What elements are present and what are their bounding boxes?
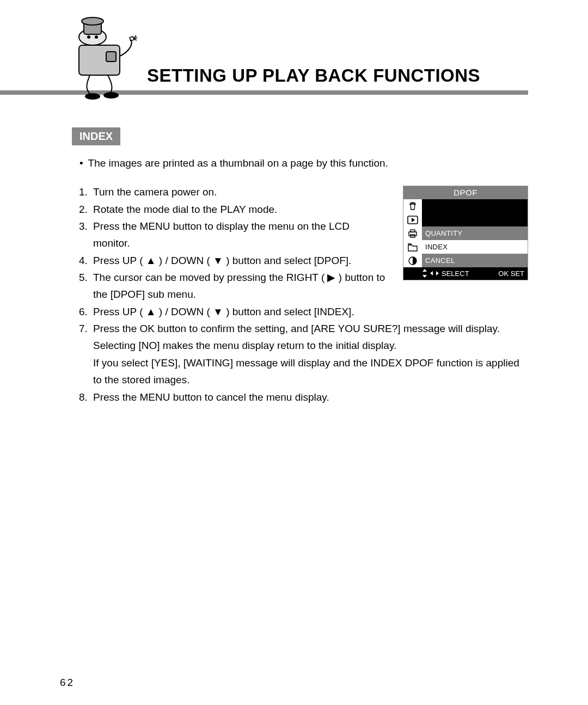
lcd-footer: SELECT OK SET: [403, 267, 528, 280]
step-text: Rotate the mode dial to the PLAY mode.: [93, 201, 387, 218]
bullet-icon: •: [79, 157, 83, 169]
contrast-icon: [403, 254, 422, 267]
step-text: Press UP ( ▲ ) / DOWN ( ▼ ) button and s…: [93, 252, 387, 269]
step-text: Press the MENU button to cancel the menu…: [93, 389, 528, 406]
step-text: If you select [YES], [WAITING] message w…: [93, 354, 528, 389]
lcd-menu-row: [422, 199, 528, 213]
svg-point-6: [95, 35, 98, 39]
svg-point-5: [87, 35, 90, 39]
play-mode-icon: [403, 213, 422, 226]
step-text: Press the OK button to confirm the setti…: [93, 320, 528, 354]
step-text: Turn the camera power on.: [93, 183, 387, 200]
steps-list: 1.Turn the camera power on. 2.Rotate the…: [79, 183, 387, 320]
page-number: 62: [60, 677, 75, 689]
intro-bullet: • The images are printed as a thumbnail …: [79, 155, 528, 171]
folder-icon: [403, 240, 422, 254]
mascot-illustration: [60, 14, 142, 101]
step-text: Press UP ( ▲ ) / DOWN ( ▼ ) button and s…: [93, 303, 387, 320]
svg-point-8: [103, 92, 119, 99]
lcd-menu-row: [422, 213, 528, 226]
svg-rect-1: [106, 52, 116, 62]
svg-point-7: [85, 93, 100, 100]
lcd-footer-select: SELECT: [442, 269, 469, 278]
lcd-title: DPOF: [403, 186, 528, 199]
print-icon: [403, 226, 422, 240]
page-title: SETTING UP PLAY BACK FUNCTIONS: [147, 65, 528, 86]
lcd-menu: QUANTITY INDEX CANCEL: [422, 199, 528, 267]
leftright-arrows-icon: [430, 271, 439, 276]
lcd-icon-column: [403, 199, 422, 267]
lcd-menu-row: QUANTITY: [422, 226, 528, 240]
step-text: Press the MENU button to display the men…: [93, 218, 387, 252]
svg-rect-10: [409, 232, 416, 236]
section-badge: INDEX: [72, 127, 120, 145]
lcd-footer-set: OK SET: [498, 269, 524, 278]
trash-icon: [403, 199, 422, 213]
lcd-menu-row-selected: INDEX: [422, 240, 528, 254]
step-text: The cursor can be moved by pressing the …: [93, 269, 387, 303]
lcd-menu-row: CANCEL: [422, 254, 528, 267]
steps-list-continued: 7.Press the OK button to confirm the set…: [79, 320, 528, 406]
updown-arrows-icon: [422, 269, 427, 278]
lcd-preview: DPOF: [403, 186, 528, 280]
svg-point-4: [82, 17, 103, 25]
intro-text: The images are printed as a thumbnail on…: [88, 157, 388, 169]
page-header: SETTING UP PLAY BACK FUNCTIONS: [60, 19, 528, 95]
svg-rect-11: [411, 230, 415, 232]
